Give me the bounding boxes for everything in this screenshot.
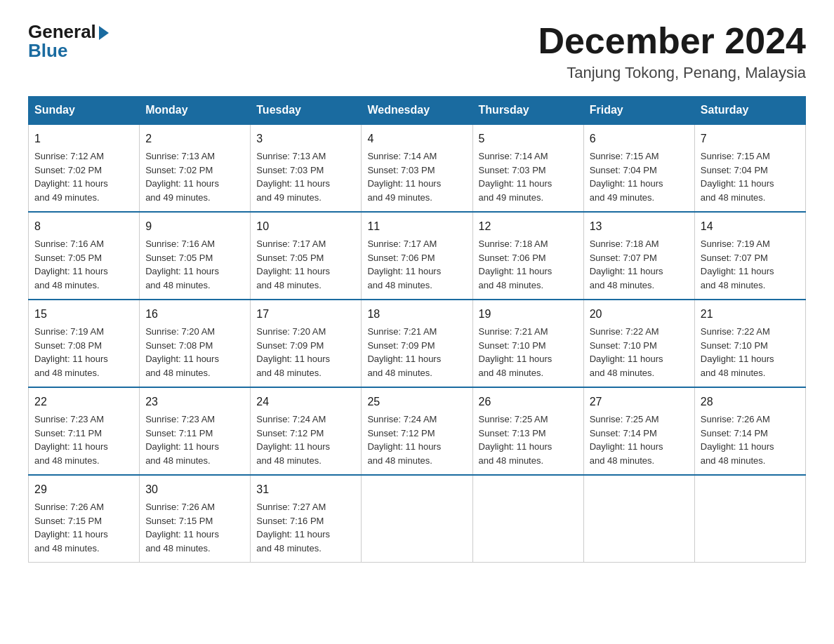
calendar-cell: 31 Sunrise: 7:27 AMSunset: 7:16 PMDaylig… (251, 475, 362, 563)
calendar-cell: 22 Sunrise: 7:23 AMSunset: 7:11 PMDaylig… (29, 387, 140, 475)
calendar-cell: 3 Sunrise: 7:13 AMSunset: 7:03 PMDayligh… (251, 124, 362, 212)
calendar-cell (472, 475, 583, 563)
header-wednesday: Wednesday (362, 97, 472, 125)
calendar-cell (583, 475, 694, 563)
calendar-cell: 9 Sunrise: 7:16 AMSunset: 7:05 PMDayligh… (140, 212, 251, 300)
day-info: Sunrise: 7:18 AMSunset: 7:06 PMDaylight:… (479, 237, 578, 292)
day-info: Sunrise: 7:21 AMSunset: 7:09 PMDaylight:… (367, 325, 466, 380)
day-number: 21 (701, 306, 800, 323)
calendar-cell: 5 Sunrise: 7:14 AMSunset: 7:03 PMDayligh… (472, 124, 583, 212)
calendar-cell: 10 Sunrise: 7:17 AMSunset: 7:05 PMDaylig… (251, 212, 362, 300)
day-number: 13 (590, 218, 689, 235)
calendar-cell: 4 Sunrise: 7:14 AMSunset: 7:03 PMDayligh… (362, 124, 472, 212)
calendar-cell: 19 Sunrise: 7:21 AMSunset: 7:10 PMDaylig… (472, 300, 583, 387)
day-info: Sunrise: 7:20 AMSunset: 7:08 PMDaylight:… (145, 325, 244, 380)
day-info: Sunrise: 7:25 AMSunset: 7:13 PMDaylight:… (479, 412, 578, 467)
day-info: Sunrise: 7:18 AMSunset: 7:07 PMDaylight:… (590, 237, 689, 292)
calendar-week-2: 8 Sunrise: 7:16 AMSunset: 7:05 PMDayligh… (29, 212, 806, 300)
calendar-cell: 1 Sunrise: 7:12 AMSunset: 7:02 PMDayligh… (29, 124, 140, 212)
day-number: 20 (590, 306, 689, 323)
title-section: December 2024 Tanjung Tokong, Penang, Ma… (538, 21, 806, 82)
calendar-cell: 14 Sunrise: 7:19 AMSunset: 7:07 PMDaylig… (694, 212, 805, 300)
header-saturday: Saturday (694, 97, 805, 125)
calendar-week-3: 15 Sunrise: 7:19 AMSunset: 7:08 PMDaylig… (29, 300, 806, 387)
day-number: 12 (479, 218, 578, 235)
day-number: 3 (256, 130, 355, 147)
day-number: 29 (34, 481, 133, 498)
day-info: Sunrise: 7:25 AMSunset: 7:14 PMDaylight:… (590, 412, 689, 467)
day-number: 28 (701, 394, 800, 410)
day-number: 1 (34, 130, 133, 147)
day-info: Sunrise: 7:23 AMSunset: 7:11 PMDaylight:… (145, 412, 244, 467)
day-number: 16 (145, 306, 244, 323)
day-info: Sunrise: 7:23 AMSunset: 7:11 PMDaylight:… (34, 412, 133, 467)
header-friday: Friday (583, 97, 694, 125)
calendar-cell: 29 Sunrise: 7:26 AMSunset: 7:15 PMDaylig… (29, 475, 140, 563)
calendar-cell: 8 Sunrise: 7:16 AMSunset: 7:05 PMDayligh… (29, 212, 140, 300)
day-number: 24 (256, 394, 355, 410)
header-row: Sunday Monday Tuesday Wednesday Thursday… (29, 97, 806, 125)
day-info: Sunrise: 7:24 AMSunset: 7:12 PMDaylight:… (367, 412, 466, 467)
calendar-cell: 21 Sunrise: 7:22 AMSunset: 7:10 PMDaylig… (694, 300, 805, 387)
page-header: General Blue December 2024 Tanjung Tokon… (28, 21, 806, 82)
day-info: Sunrise: 7:16 AMSunset: 7:05 PMDaylight:… (34, 237, 133, 292)
header-thursday: Thursday (472, 97, 583, 125)
calendar-cell: 2 Sunrise: 7:13 AMSunset: 7:02 PMDayligh… (140, 124, 251, 212)
month-title: December 2024 (538, 21, 806, 61)
day-number: 25 (367, 394, 466, 410)
day-number: 5 (479, 130, 578, 147)
calendar-week-5: 29 Sunrise: 7:26 AMSunset: 7:15 PMDaylig… (29, 475, 806, 563)
day-number: 18 (367, 306, 466, 323)
logo-blue-text: Blue (28, 40, 67, 62)
day-number: 15 (34, 306, 133, 323)
day-number: 7 (701, 130, 800, 147)
calendar-cell: 20 Sunrise: 7:22 AMSunset: 7:10 PMDaylig… (583, 300, 694, 387)
calendar-cell: 30 Sunrise: 7:26 AMSunset: 7:15 PMDaylig… (140, 475, 251, 563)
day-number: 22 (34, 394, 133, 410)
day-info: Sunrise: 7:13 AMSunset: 7:03 PMDaylight:… (256, 149, 355, 204)
calendar-body: 1 Sunrise: 7:12 AMSunset: 7:02 PMDayligh… (29, 124, 806, 563)
day-number: 10 (256, 218, 355, 235)
day-number: 6 (590, 130, 689, 147)
logo: General Blue (28, 21, 109, 62)
day-number: 26 (479, 394, 578, 410)
logo-arrow-icon (99, 26, 109, 40)
day-info: Sunrise: 7:19 AMSunset: 7:07 PMDaylight:… (701, 237, 800, 292)
day-number: 23 (145, 394, 244, 410)
day-info: Sunrise: 7:14 AMSunset: 7:03 PMDaylight:… (367, 149, 466, 204)
calendar-cell (694, 475, 805, 563)
calendar-cell: 12 Sunrise: 7:18 AMSunset: 7:06 PMDaylig… (472, 212, 583, 300)
calendar-week-4: 22 Sunrise: 7:23 AMSunset: 7:11 PMDaylig… (29, 387, 806, 475)
calendar-cell: 18 Sunrise: 7:21 AMSunset: 7:09 PMDaylig… (362, 300, 472, 387)
calendar-cell: 17 Sunrise: 7:20 AMSunset: 7:09 PMDaylig… (251, 300, 362, 387)
calendar-cell: 24 Sunrise: 7:24 AMSunset: 7:12 PMDaylig… (251, 387, 362, 475)
day-info: Sunrise: 7:26 AMSunset: 7:14 PMDaylight:… (701, 412, 800, 467)
calendar-header: Sunday Monday Tuesday Wednesday Thursday… (29, 97, 806, 125)
calendar-cell: 25 Sunrise: 7:24 AMSunset: 7:12 PMDaylig… (362, 387, 472, 475)
day-info: Sunrise: 7:12 AMSunset: 7:02 PMDaylight:… (34, 149, 133, 204)
day-info: Sunrise: 7:14 AMSunset: 7:03 PMDaylight:… (479, 149, 578, 204)
day-info: Sunrise: 7:17 AMSunset: 7:05 PMDaylight:… (256, 237, 355, 292)
day-number: 30 (145, 481, 244, 498)
day-info: Sunrise: 7:22 AMSunset: 7:10 PMDaylight:… (590, 325, 689, 380)
day-number: 4 (367, 130, 466, 147)
location-title: Tanjung Tokong, Penang, Malaysia (538, 64, 806, 82)
day-info: Sunrise: 7:16 AMSunset: 7:05 PMDaylight:… (145, 237, 244, 292)
day-number: 27 (590, 394, 689, 410)
calendar-cell: 11 Sunrise: 7:17 AMSunset: 7:06 PMDaylig… (362, 212, 472, 300)
header-sunday: Sunday (29, 97, 140, 125)
day-info: Sunrise: 7:24 AMSunset: 7:12 PMDaylight:… (256, 412, 355, 467)
day-number: 19 (479, 306, 578, 323)
calendar-cell: 6 Sunrise: 7:15 AMSunset: 7:04 PMDayligh… (583, 124, 694, 212)
day-info: Sunrise: 7:19 AMSunset: 7:08 PMDaylight:… (34, 325, 133, 380)
day-info: Sunrise: 7:13 AMSunset: 7:02 PMDaylight:… (145, 149, 244, 204)
day-number: 11 (367, 218, 466, 235)
day-number: 17 (256, 306, 355, 323)
day-info: Sunrise: 7:21 AMSunset: 7:10 PMDaylight:… (479, 325, 578, 380)
calendar-cell: 26 Sunrise: 7:25 AMSunset: 7:13 PMDaylig… (472, 387, 583, 475)
day-number: 8 (34, 218, 133, 235)
calendar-cell: 27 Sunrise: 7:25 AMSunset: 7:14 PMDaylig… (583, 387, 694, 475)
day-info: Sunrise: 7:26 AMSunset: 7:15 PMDaylight:… (34, 500, 133, 555)
calendar-cell: 15 Sunrise: 7:19 AMSunset: 7:08 PMDaylig… (29, 300, 140, 387)
day-number: 14 (701, 218, 800, 235)
